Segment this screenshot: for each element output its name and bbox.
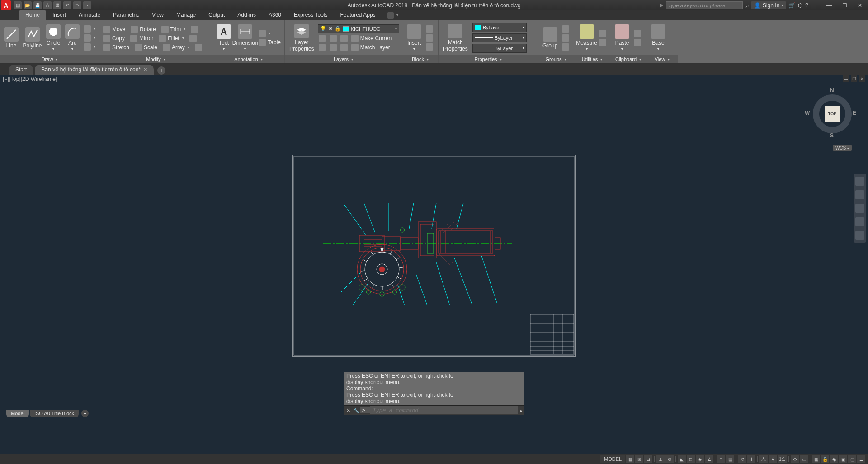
qat-print-icon[interactable]: 🖶 (53, 1, 61, 9)
offset-button[interactable] (194, 43, 203, 52)
edit-block-button[interactable] (425, 34, 434, 42)
layout-tab-model[interactable]: Model (6, 410, 29, 417)
clipboard-panel-title[interactable]: Clipboard (610, 55, 646, 63)
stretch-button[interactable]: Stretch (102, 43, 130, 52)
qat-new-icon[interactable]: ▤ (14, 1, 22, 9)
compass-north[interactable]: N (830, 87, 834, 94)
copy-clip-button[interactable] (633, 38, 642, 47)
select-all-button[interactable] (598, 29, 607, 37)
status-units-icon[interactable]: ▭ (800, 455, 808, 463)
tab-featured-apps[interactable]: Featured Apps (334, 10, 382, 20)
table-button[interactable]: Table (258, 38, 282, 47)
showmotion-icon[interactable] (855, 231, 864, 240)
maximize-button[interactable]: ☐ (838, 1, 851, 9)
copy-button[interactable]: Copy (102, 34, 126, 42)
view-panel-title[interactable]: View (646, 55, 678, 63)
match-layer-button[interactable]: Match Layer (350, 43, 391, 52)
compass-south[interactable]: S (830, 132, 834, 139)
status-model-button[interactable]: MODEL (600, 455, 625, 463)
status-osnap-icon[interactable]: □ (687, 455, 695, 463)
status-ortho-icon[interactable]: ⊥ (656, 455, 665, 463)
wcs-badge[interactable]: WCS ▾ (833, 145, 852, 151)
viewcube-top-face[interactable]: TOP (825, 106, 840, 122)
paste-button[interactable]: Paste▾ (613, 23, 631, 52)
status-annoscale-icon[interactable]: 人 (760, 455, 768, 463)
draw-panel-title[interactable]: Draw (0, 55, 99, 63)
status-qp-icon[interactable]: ▦ (812, 455, 820, 463)
layer-tool2-button[interactable] (329, 34, 338, 42)
quick-calc-button[interactable] (598, 38, 607, 47)
command-input[interactable] (370, 406, 518, 414)
tab-insert[interactable]: Insert (46, 10, 72, 20)
status-scale-label[interactable]: 1:1 (778, 455, 787, 463)
status-annovis-icon[interactable]: ⚲ (769, 455, 777, 463)
drawing-canvas[interactable]: TOP N S E W WCS ▾ Press ESC or ENTER to … (0, 84, 868, 428)
mirror-button[interactable]: Mirror (129, 34, 154, 42)
insert-block-button[interactable]: Insert▾ (405, 23, 423, 52)
linetype-dropdown[interactable]: ByLayer▾ (472, 44, 527, 53)
tab-express-tools[interactable]: Express Tools (288, 10, 334, 20)
layer-tool3-button[interactable] (340, 34, 349, 42)
doc-tab-start[interactable]: Start (9, 65, 33, 75)
layer-tool4-button[interactable] (318, 43, 327, 52)
tab-addins[interactable]: Add-ins (231, 10, 262, 20)
explode-button[interactable] (189, 34, 198, 42)
circle-button[interactable]: Circle▾ (45, 23, 62, 52)
tab-home[interactable]: Home (19, 10, 46, 20)
doc-tab-file[interactable]: Bản vẽ hệ thống lái điện tử trên ô tô co… (35, 65, 154, 75)
groups-panel-title[interactable]: Groups (538, 55, 574, 63)
vp-close-icon[interactable]: ✕ (859, 75, 865, 82)
status-otrack-icon[interactable]: ∠ (705, 455, 713, 463)
help-search-input[interactable]: Type a keyword or phrase (666, 1, 743, 9)
polyline-button[interactable]: Polyline (22, 26, 43, 50)
ribbon-extra-icon[interactable] (387, 12, 394, 19)
close-tab-icon[interactable]: ✕ (143, 67, 147, 73)
status-customize-icon[interactable]: ☰ (857, 455, 865, 463)
layer-tool5-button[interactable] (329, 43, 338, 52)
text-button[interactable]: AText▾ (215, 23, 232, 52)
match-properties-button[interactable]: Match Properties (441, 23, 470, 53)
vp-maximize-icon[interactable]: ☐ (851, 75, 857, 82)
cut-button[interactable] (633, 29, 642, 37)
status-hardware-icon[interactable]: ▣ (839, 455, 847, 463)
pan-icon[interactable] (855, 190, 864, 199)
arc-button[interactable]: Arc▾ (64, 23, 81, 52)
tab-a360[interactable]: A360 (262, 10, 288, 20)
add-doc-tab-button[interactable]: + (157, 66, 165, 75)
tab-annotate[interactable]: Annotate (72, 10, 107, 20)
erase-button[interactable] (190, 25, 199, 33)
qat-redo-icon[interactable]: ↷ (73, 1, 81, 9)
edit-attr-button[interactable] (425, 43, 434, 51)
hatch-button[interactable] (83, 43, 96, 51)
color-dropdown[interactable]: ByLayer▾ (472, 23, 527, 32)
modify-panel-title[interactable]: Modify (99, 55, 212, 63)
status-infer-icon[interactable]: ⊿ (644, 455, 652, 463)
move-button[interactable]: Move (102, 25, 126, 33)
layout-tab-iso[interactable]: ISO A0 Title Block (30, 410, 79, 417)
trim-button[interactable]: Trim (160, 25, 187, 33)
rectangle-button[interactable] (83, 25, 96, 33)
compass-east[interactable]: E (853, 110, 856, 116)
help-icon[interactable]: ? (805, 2, 808, 9)
dimension-button[interactable]: Dimension▾ (234, 23, 256, 52)
vp-minimize-icon[interactable]: — (843, 75, 849, 82)
qat-save-icon[interactable]: 💾 (33, 1, 42, 9)
status-polar-icon[interactable]: ⊙ (665, 455, 674, 463)
status-transparency-icon[interactable]: ▤ (726, 455, 734, 463)
orbit-icon[interactable] (855, 217, 864, 226)
status-snap-icon[interactable]: ⊞ (635, 455, 643, 463)
fillet-button[interactable]: Fillet (158, 34, 184, 42)
infocenter-icon[interactable]: ⌕ (745, 2, 749, 9)
tab-parametric[interactable]: Parametric (107, 10, 146, 20)
layer-properties-button[interactable]: Layer Properties (288, 23, 316, 53)
measure-button[interactable]: Measure▾ (577, 23, 596, 52)
qat-customize-icon[interactable] (83, 1, 91, 9)
annotation-panel-title[interactable]: Annotation (212, 55, 284, 63)
close-button[interactable]: ✕ (854, 1, 866, 9)
ribbon-collapse-icon[interactable]: ▾ (396, 13, 398, 17)
zoom-extents-icon[interactable] (855, 204, 864, 213)
lineweight-dropdown[interactable]: ByLayer▾ (472, 33, 527, 42)
ungroup-button[interactable] (561, 25, 570, 33)
a360-icon[interactable]: ⬡ (798, 2, 802, 9)
group-bbox-button[interactable] (561, 43, 570, 51)
